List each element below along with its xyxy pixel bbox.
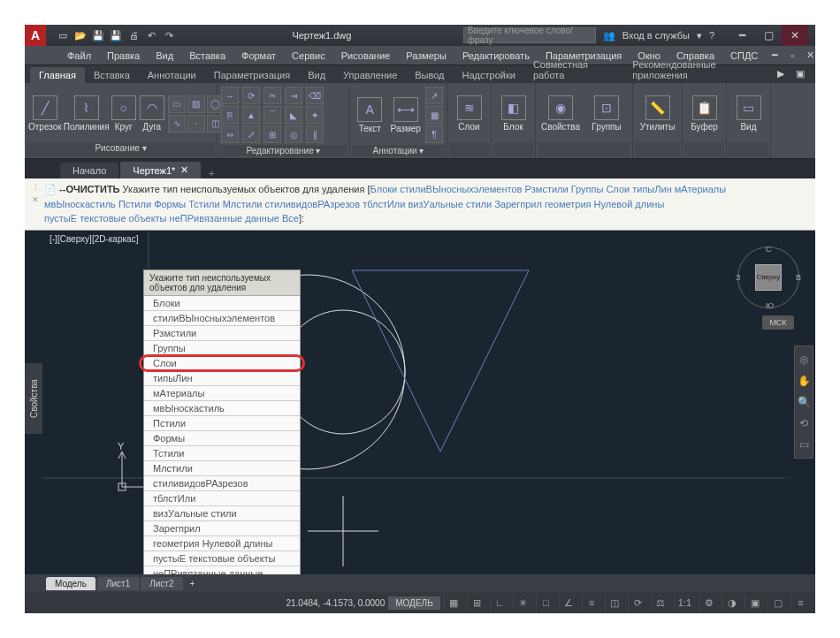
menu-insert[interactable]: Вставка	[182, 49, 233, 63]
properties-panel-tab[interactable]: Свойства	[25, 363, 42, 434]
cycling-icon[interactable]: ⟳	[628, 594, 647, 611]
copy-icon[interactable]: ⎘	[221, 106, 239, 124]
polyline-button[interactable]: ⌇Полилиния	[65, 87, 108, 141]
offset-icon[interactable]: ◎	[285, 125, 302, 143]
ucs-label[interactable]: МСК	[762, 315, 794, 330]
model-space-button[interactable]: МОДЕЛЬ	[388, 596, 439, 610]
popup-item[interactable]: Млстили	[144, 461, 300, 476]
popup-item[interactable]: Тстили	[144, 446, 300, 461]
line-button[interactable]: ╱Отрезок	[28, 87, 62, 141]
viewcube-east[interactable]: В	[796, 273, 801, 282]
scale-display[interactable]: 1:1	[674, 594, 695, 611]
cart-icon[interactable]: ▾	[697, 30, 702, 42]
chamfer-icon[interactable]: ◣	[285, 106, 302, 124]
help-search-input[interactable]: Введите ключевое слово/фразу	[463, 27, 596, 43]
ribbon-tab-insert[interactable]: Вставка	[85, 67, 139, 83]
ribbon-tab-home[interactable]: Главная	[30, 67, 85, 83]
save-icon[interactable]: 💾	[90, 27, 106, 43]
drawing-area[interactable]: [-][Сверху][2D-каркас] Свойства Y Сверху…	[25, 231, 815, 575]
viewcube-north[interactable]: С	[766, 245, 772, 254]
showmotion-icon[interactable]: ▭	[796, 437, 812, 452]
menu-draw[interactable]: Рисование	[334, 49, 397, 63]
popup-item[interactable]: пустыЕ текстовые объекты	[144, 551, 300, 566]
menu-file[interactable]: Файл	[60, 49, 98, 63]
block-button[interactable]: ◧Блок	[495, 87, 531, 141]
maximize-button[interactable]: ▢	[755, 25, 782, 46]
osnap-icon[interactable]: □	[536, 594, 555, 611]
nav-wheel-icon[interactable]: ◎	[796, 352, 812, 368]
menu-view[interactable]: Вид	[149, 49, 180, 63]
extend-icon[interactable]: ⇥	[285, 87, 302, 104]
ribbon-tab-addins[interactable]: Надстройки	[454, 67, 524, 83]
zoom-icon[interactable]: 🔍	[796, 394, 812, 410]
popup-item[interactable]: типыЛин	[144, 371, 300, 386]
menu-tools[interactable]: Сервис	[285, 49, 332, 63]
explode-icon[interactable]: ✦	[306, 106, 324, 124]
viewcube-west[interactable]: З	[736, 273, 740, 282]
ribbon-tab-collab[interactable]: Совместная работа	[524, 57, 623, 83]
utilities-button[interactable]: 📏Утилиты	[637, 87, 678, 141]
popup-item[interactable]: стилиВЫносныхэлементов	[144, 311, 300, 326]
move-icon[interactable]: ↔	[221, 87, 239, 104]
layers-button[interactable]: ≋Слои	[451, 87, 487, 141]
orbit-icon[interactable]: ⟲	[796, 415, 812, 431]
tab-add-button[interactable]: +	[202, 168, 220, 178]
popup-item[interactable]: стиливидовРАзрезов	[144, 476, 300, 491]
isolate-icon[interactable]: ◑	[722, 594, 741, 611]
popup-item[interactable]: Формы	[144, 431, 300, 446]
ribbon-collapse-icon[interactable]: ▣	[792, 65, 808, 81]
menu-dim[interactable]: Размеры	[399, 49, 454, 63]
point-icon[interactable]: ·	[187, 115, 205, 133]
view-button[interactable]: ▭Вид	[730, 87, 767, 141]
layout-add-button[interactable]: +	[185, 579, 201, 589]
panel-ann-title[interactable]: Аннотации ▾	[352, 145, 445, 156]
rect-icon[interactable]: ▭	[168, 95, 186, 113]
layout-tab-sheet1[interactable]: Лист1	[97, 577, 139, 590]
layout-tab-model[interactable]: Модель	[46, 577, 95, 590]
pan-icon[interactable]: ✋	[796, 373, 812, 389]
coordinates-display[interactable]: 21.0484, -4.1573, 0.0000	[286, 598, 385, 608]
redo-icon[interactable]: ↷	[161, 27, 177, 43]
props-button[interactable]: ◉Свойства	[539, 87, 582, 141]
groups-button[interactable]: ⊡Группы	[585, 87, 628, 141]
trim-icon[interactable]: ✂	[263, 87, 281, 104]
table-icon[interactable]: ▦	[425, 106, 443, 124]
popup-item[interactable]: геометрия Нулевой длины	[144, 536, 300, 551]
text-button[interactable]: AТекст	[354, 88, 386, 141]
user-icon[interactable]: 👥	[603, 30, 615, 42]
erase-icon[interactable]: ⌫	[306, 87, 324, 104]
ribbon-tab-view[interactable]: Вид	[299, 67, 334, 83]
help-icon[interactable]: ?	[709, 30, 714, 41]
viewcube-face[interactable]: Сверху	[755, 264, 782, 291]
tab-close-icon[interactable]: ✕	[180, 164, 188, 176]
minimize-button[interactable]: ━	[729, 25, 755, 46]
leader-icon[interactable]: ↗	[425, 87, 443, 104]
panel-draw-title[interactable]: Рисование ▾	[27, 142, 215, 156]
undo-icon[interactable]: ↶	[143, 27, 159, 43]
hatch-icon[interactable]: ▨	[187, 95, 205, 113]
popup-item[interactable]: мвЫноскастиль	[144, 401, 300, 416]
gear-icon[interactable]: ⚙	[699, 594, 718, 611]
array-icon[interactable]: ⊞	[263, 125, 281, 143]
mirror-icon[interactable]: ▲	[242, 106, 260, 124]
clipboard-button[interactable]: 📋Буфер	[686, 87, 722, 141]
popup-item[interactable]: Слои	[144, 356, 300, 371]
ribbon-tab-annotate[interactable]: Аннотации	[139, 67, 205, 83]
popup-item[interactable]: Пстили	[144, 416, 300, 431]
cmd-handle-icon[interactable]: ⋮✕	[32, 182, 44, 226]
stretch-icon[interactable]: ⇔	[221, 125, 239, 143]
ribbon-tab-manage[interactable]: Управление	[334, 67, 406, 83]
menu-edit[interactable]: Правка	[100, 49, 147, 63]
tab-start[interactable]: Начало	[60, 163, 118, 178]
arc-button[interactable]: ◠Дуга	[140, 87, 164, 141]
annoscale-icon[interactable]: ⚖	[651, 594, 670, 611]
dim-button[interactable]: ⟷Размер	[390, 88, 423, 141]
clean-icon[interactable]: ▢	[767, 594, 787, 611]
snap-icon[interactable]: ⊞	[467, 594, 486, 611]
viewcube[interactable]: Сверху С Ю З В	[737, 247, 799, 308]
ribbon-tab-output[interactable]: Вывод	[406, 67, 453, 83]
popup-item[interactable]: Блоки	[144, 296, 300, 311]
ribbon-play-icon[interactable]: ▶	[773, 65, 789, 81]
plot-icon[interactable]: 🖨	[126, 27, 141, 43]
mdi-close-icon[interactable]: ✕	[802, 48, 818, 64]
